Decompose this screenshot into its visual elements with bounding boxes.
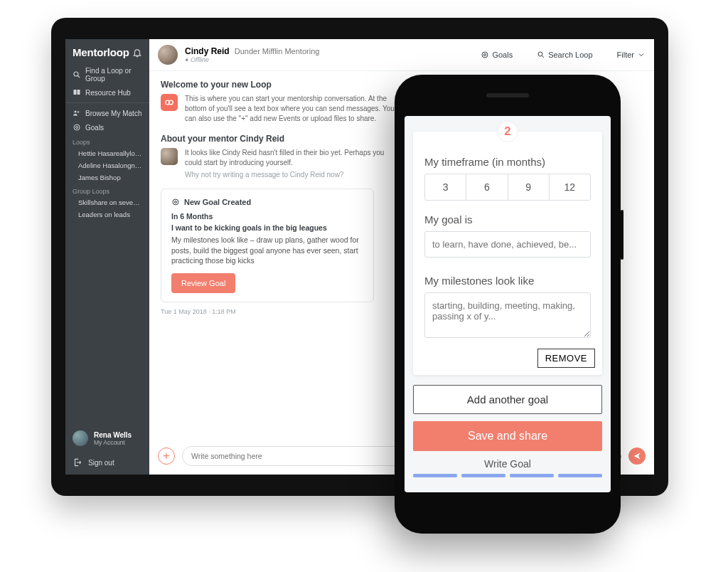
search-top-action[interactable]: Search Loop [537,51,592,59]
goal-card: New Goal Created In 6 Months I want to b… [161,189,374,302]
goal-form-card: 2 My timeframe (in months) 3 6 9 12 My g… [413,132,602,375]
book-icon [73,88,81,97]
loops-section-label: Loops [65,134,149,147]
svg-point-10 [173,199,178,205]
svg-point-7 [538,52,542,56]
find-loop-label: Find a Loop or Group [85,67,142,83]
add-another-goal-button[interactable]: Add another goal [413,385,602,414]
brand-logo: Mentorloop [73,46,129,58]
progress-indicator [413,474,602,477]
filter-top-label: Filter [617,51,634,59]
goal-label: My goal is [424,213,591,226]
user-account-label: My Account [94,439,132,446]
goals-nav[interactable]: Goals [65,120,149,134]
write-goal-tab-label[interactable]: Write Goal [413,458,602,470]
resource-hub-nav[interactable]: Resource Hub [65,85,149,100]
topbar: Cindy Reid Dunder Mifflin Mentoring ● Of… [149,39,654,71]
filter-top-action[interactable]: Filter [617,51,646,59]
group-loop-item[interactable]: Leaders on leads [65,208,149,221]
timeframe-option[interactable]: 6 [466,174,508,200]
user-name: Rena Wells [94,431,132,439]
timeframe-option[interactable]: 12 [550,174,590,200]
phone-device-frame: 2 My timeframe (in months) 3 6 9 12 My g… [395,75,621,534]
find-loop-nav[interactable]: Find a Loop or Group [65,64,149,85]
goal-line: I want to be kicking goals in the big le… [171,223,363,232]
status-badge: ● Offline [185,56,319,63]
target-icon [481,51,489,59]
sign-out-label: Sign out [88,459,114,467]
sidebar: Mentorloop Find a Loop or Group Resource… [65,39,149,475]
loop-icon [161,94,178,111]
group-loops-section-label: Group Loops [65,184,149,196]
contact-name: Cindy Reid [185,46,230,56]
user-account[interactable]: Rena Wells My Account [65,425,149,452]
loop-item[interactable]: Hettie Hasareallylong... [65,147,149,159]
goals-top-action[interactable]: Goals [481,51,513,59]
timeframe-segmented: 3 6 9 12 [424,174,591,201]
svg-point-3 [74,125,80,130]
search-icon [537,51,545,59]
people-icon [73,109,81,117]
group-loop-item[interactable]: Skillshare on seventh [65,196,149,208]
svg-point-1 [75,111,77,113]
send-button[interactable] [628,447,646,465]
remove-goal-button[interactable]: REMOVE [537,349,595,368]
goal-card-title: New Goal Created [184,198,251,206]
timeframe-option[interactable]: 3 [425,174,466,200]
signout-icon [73,457,82,467]
timeframe-label: My timeframe (in months) [424,156,591,168]
svg-point-0 [74,72,78,76]
avatar [73,430,88,446]
contact-org: Dunder Mifflin Mentoring [235,47,320,55]
review-goal-button[interactable]: Review Goal [171,273,235,293]
loop-item[interactable]: James Bishop [65,171,149,184]
timeframe-option[interactable]: 9 [508,174,550,200]
svg-point-5 [482,52,488,58]
goal-months: In 6 Months [171,212,363,221]
bell-icon[interactable] [132,48,142,58]
sign-out[interactable]: Sign out [65,452,149,475]
goals-nav-label: Goals [85,124,104,132]
target-icon [171,198,180,206]
milestones-label: My milestones look like [424,275,591,287]
welcome-body: This is where you can start your mentors… [185,94,402,124]
chevron-down-icon [637,51,646,59]
phone-screen: 2 My timeframe (in months) 3 6 9 12 My g… [405,116,611,492]
save-and-share-button[interactable]: Save and share [413,421,602,451]
browse-match-nav[interactable]: Browse My Match [65,106,149,120]
search-icon [73,70,81,79]
loop-item[interactable]: Adeline Hasalongname C... [65,159,149,171]
add-button[interactable]: + [158,447,175,465]
svg-point-11 [175,201,177,203]
svg-point-2 [77,111,79,112]
target-icon [73,123,81,132]
goal-input[interactable] [424,231,591,258]
avatar [161,148,178,165]
milestones-input[interactable] [424,292,591,338]
svg-point-4 [76,127,78,129]
about-body: It looks like Cindy Reid hasn't filled i… [185,148,402,168]
svg-point-6 [484,54,486,56]
goal-milestones: My milestones look like – draw up plans,… [171,235,363,266]
goals-top-label: Goals [492,51,513,59]
search-top-label: Search Loop [548,51,592,59]
avatar [158,45,178,65]
resource-hub-label: Resource Hub [85,89,131,97]
browse-match-label: Browse My Match [85,110,141,117]
goal-number-badge: 2 [497,121,518,142]
